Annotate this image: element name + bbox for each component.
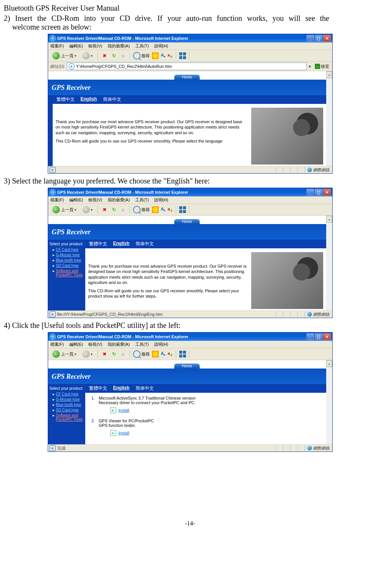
lang-simplified-chinese[interactable]: 简体中文 — [136, 385, 154, 392]
sidebar-item-sd-card[interactable]: ▸SD Card type — [53, 263, 84, 268]
grid-icon[interactable] — [179, 351, 186, 358]
maximize-button[interactable]: ▢ — [315, 35, 322, 42]
back-arrow-icon: ← — [52, 52, 60, 60]
menu-help[interactable]: 說明(H) — [154, 43, 168, 49]
vertical-scrollbar[interactable]: ▴ — [326, 360, 332, 444]
body-paragraph-2: This CD-Rom will guide you to use our GP… — [88, 288, 248, 299]
refresh-icon[interactable]: ↻ — [111, 206, 117, 213]
a-blue-icon[interactable]: A▾ — [161, 53, 166, 58]
grid-icon[interactable] — [179, 52, 186, 59]
sidebar-item-software-tools[interactable]: ▸Software and PocketPC Tools — [53, 269, 84, 277]
address-field[interactable]: e Y:\HomeProg\CFGPS_CD_Rec2\Html\AutoRun… — [67, 63, 307, 70]
menu-favorites[interactable]: 我的最愛(A) — [108, 342, 130, 347]
search-button[interactable]: 搜尋 — [133, 52, 150, 60]
menu-file[interactable]: 檔案(F) — [50, 342, 64, 347]
lang-english[interactable]: English — [81, 96, 97, 103]
home-icon[interactable]: ⌂ — [120, 351, 127, 358]
lang-traditional-chinese[interactable]: 繁體中文 — [89, 241, 107, 247]
install-link-2[interactable]: ▸ Install — [110, 430, 154, 436]
menu-help[interactable]: 說明(H) — [154, 197, 168, 203]
gps-receiver-banner: GPS Receiver — [48, 224, 326, 240]
menu-view[interactable]: 檢視(V) — [88, 342, 102, 347]
back-button[interactable]: ← 上一頁 ▾ — [50, 350, 78, 359]
menu-file[interactable]: 檔案(F) — [50, 43, 64, 49]
sidebar-item-g-mouse[interactable]: ▸G-Mouse type — [53, 253, 84, 257]
home-tab[interactable]: Home — [174, 219, 200, 224]
maximize-button[interactable]: ▢ — [315, 189, 322, 196]
menu-tools[interactable]: 工具(T) — [135, 43, 149, 49]
lang-simplified-chinese[interactable]: 简体中文 — [136, 241, 154, 247]
a-blue-icon[interactable]: A▾ — [161, 207, 166, 212]
favorites-icon[interactable] — [152, 351, 159, 358]
scroll-up-icon[interactable]: ▴ — [326, 360, 332, 367]
home-icon[interactable]: ⌂ — [120, 206, 127, 213]
menu-tools[interactable]: 工具(T) — [135, 342, 149, 347]
stop-icon[interactable]: ✖ — [101, 206, 108, 213]
back-button[interactable]: ← 上一頁 ▾ — [50, 205, 78, 214]
go-button[interactable]: → 移至 — [313, 64, 331, 69]
sidebar-item-g-mouse[interactable]: ▸G-Mouse type — [53, 397, 84, 401]
close-button[interactable]: ✕ — [323, 189, 331, 196]
a-red-icon[interactable]: a↲ — [167, 207, 172, 212]
close-button[interactable]: ✕ — [323, 333, 331, 340]
minimize-button[interactable]: _ — [307, 333, 314, 340]
refresh-icon[interactable]: ↻ — [111, 52, 117, 59]
scroll-up-icon[interactable]: ▴ — [326, 216, 332, 223]
forward-button[interactable]: → ▾ — [80, 350, 94, 359]
lang-traditional-chinese[interactable]: 繁體中文 — [89, 385, 107, 392]
lang-english[interactable]: English — [113, 241, 130, 247]
sidebar-item-bluetooth[interactable]: ▸Blue tooth type — [53, 258, 84, 262]
sidebar-item-sd-card[interactable]: ▸SD Card type — [53, 408, 84, 412]
menu-favorites[interactable]: 我的最愛(A) — [108, 43, 130, 49]
scroll-up-icon[interactable]: ▴ — [326, 71, 332, 78]
minimize-button[interactable]: _ — [307, 35, 314, 42]
menu-view[interactable]: 檢視(V) — [88, 197, 102, 203]
menu-file[interactable]: 檔案(F) — [50, 197, 64, 203]
internet-zone: 網際網路 — [305, 445, 332, 451]
home-tab[interactable]: Home — [174, 75, 200, 80]
menu-favorites[interactable]: 我的最愛(A) — [108, 197, 130, 203]
stop-icon[interactable]: ✖ — [101, 52, 108, 60]
menu-edit[interactable]: 編輯(E) — [69, 342, 83, 347]
lang-traditional-chinese[interactable]: 繁體中文 — [56, 96, 75, 103]
forward-button[interactable]: → ▾ — [80, 51, 94, 60]
a-red-icon[interactable]: a↲ — [167, 351, 172, 357]
address-dropdown-icon[interactable]: ▾ — [308, 64, 312, 69]
back-button[interactable]: ← 上一頁 ▾ — [50, 51, 78, 60]
lang-english[interactable]: English — [113, 385, 130, 392]
sidebar-item-bluetooth[interactable]: ▸Blue tooth type — [53, 403, 84, 407]
page-icon: e — [69, 63, 75, 69]
grid-icon[interactable] — [179, 206, 186, 213]
install-link-1[interactable]: ▸ Install — [110, 407, 196, 413]
favorites-icon[interactable] — [152, 52, 159, 59]
favorites-icon[interactable] — [152, 206, 159, 213]
a-red-icon[interactable]: a↲ — [167, 53, 172, 58]
status-ie-icon: e — [50, 167, 56, 173]
stop-icon[interactable]: ✖ — [101, 350, 108, 358]
tool-item-2: 2. GPS Viewer for PC/PocketPC GPS functi… — [90, 419, 322, 436]
home-icon[interactable]: ⌂ — [120, 52, 127, 59]
menu-edit[interactable]: 編輯(E) — [69, 197, 83, 203]
lang-simplified-chinese[interactable]: 简体中文 — [103, 96, 121, 103]
a-blue-icon[interactable]: A▾ — [161, 351, 166, 357]
minimize-button[interactable]: _ — [307, 189, 314, 196]
page-home-tab: Home — [48, 216, 326, 224]
sidebar: Select your product: ▸CF Card type ▸G-Mo… — [48, 384, 85, 444]
menu-view[interactable]: 檢視(V) — [88, 43, 102, 49]
sidebar-item-cf-card[interactable]: ▸CF Card type — [53, 248, 84, 252]
sidebar-item-software-tools[interactable]: ▸Software and PocketPC Tools — [53, 413, 84, 422]
maximize-button[interactable]: ▢ — [315, 333, 322, 340]
vertical-scrollbar[interactable]: ▴ — [326, 216, 332, 310]
sidebar-item-cf-card[interactable]: ▸CF Card type — [53, 392, 84, 396]
menu-help[interactable]: 說明(H) — [154, 342, 168, 347]
refresh-icon[interactable]: ↻ — [111, 351, 117, 358]
forward-button[interactable]: → ▾ — [80, 205, 94, 214]
internet-zone: 網際網路 — [305, 312, 332, 317]
home-tab[interactable]: Home — [174, 364, 200, 368]
menu-tools[interactable]: 工具(T) — [135, 197, 149, 203]
menu-edit[interactable]: 編輯(E) — [69, 43, 83, 49]
vertical-scrollbar[interactable]: ▴ — [326, 71, 332, 166]
search-button[interactable]: 搜尋 — [133, 206, 150, 213]
search-button[interactable]: 搜尋 — [133, 350, 150, 358]
close-button[interactable]: ✕ — [323, 35, 331, 42]
